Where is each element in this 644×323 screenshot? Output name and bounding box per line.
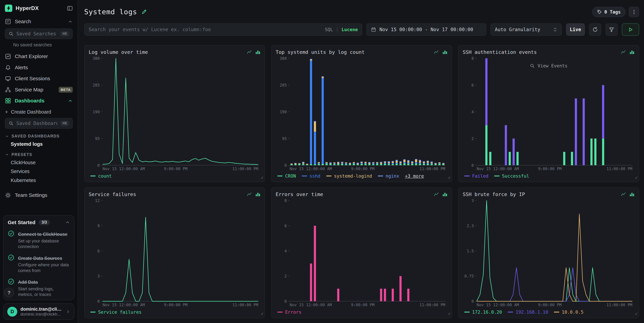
sidebar-item-clickhouse[interactable]: ClickHouse (0, 158, 78, 167)
chart-area[interactable]: 095190285380Nov 15 12:00:00 AM9:00:00 PM… (276, 56, 448, 172)
collapse-sidebar-icon[interactable] (67, 6, 73, 11)
sidebar-item-search[interactable]: Search (0, 16, 78, 27)
legend-item[interactable]: sshd (302, 173, 320, 179)
saved-searches-input[interactable]: ⌘K (5, 29, 73, 39)
chevron-up-icon[interactable] (68, 98, 73, 103)
search-doc-icon (5, 19, 11, 25)
run-query-button[interactable] (622, 23, 639, 36)
search-icon (530, 63, 535, 68)
panel-title: Top systemd units by log count (276, 49, 364, 55)
legend-item[interactable]: Failed (464, 173, 488, 179)
svg-text:6: 6 (98, 249, 100, 253)
bar-chart-icon[interactable] (629, 50, 635, 55)
panel-title: Errors over time (276, 191, 323, 197)
help-button[interactable]: ? (4, 288, 14, 298)
chevron-up-icon[interactable] (68, 19, 73, 24)
create-dashboard-button[interactable]: + Create Dashboard (0, 106, 78, 117)
sidebar-item-service-map[interactable]: Service Map BETA (0, 84, 78, 95)
filter-button[interactable] (606, 23, 618, 36)
svg-text:95: 95 (282, 136, 287, 141)
sidebar-item-label: Service Map (15, 87, 55, 93)
chart-area[interactable]: 02468Nov 15 12:00:00 AM9:00:00 PM11:00:0… (276, 198, 448, 308)
chart-area[interactable]: View Events 02468Nov 15 12:00:00 AM9:00:… (463, 56, 635, 172)
chevron-up-icon[interactable] (65, 220, 70, 225)
legend-item[interactable]: count (90, 173, 112, 179)
time-range-picker[interactable]: Nov 15 00:00:00 - Nov 17 00:00:00 (366, 23, 486, 36)
get-started-step[interactable]: Create Data Sources Configure where your… (8, 254, 70, 273)
line-chart-icon[interactable] (246, 50, 252, 55)
user-menu[interactable]: D dominic.tran@clic... dominic.tran@clic… (3, 303, 74, 320)
legend-item[interactable]: Service failures (90, 309, 142, 315)
chart-area[interactable]: 095190285380Nov 15 12:00:00 AM9:00:00 PM… (88, 56, 260, 172)
resize-handle[interactable] (260, 173, 264, 181)
line-chart-icon[interactable] (246, 192, 252, 197)
edit-pencil-icon[interactable] (141, 9, 147, 15)
resize-handle[interactable] (634, 309, 638, 316)
step-title: Create Data Sources (18, 256, 62, 261)
sidebar-item-dashboards[interactable]: Dashboards (0, 95, 78, 107)
sidebar-item-kubernetes[interactable]: Kubernetes (0, 176, 78, 185)
sidebar-item-client-sessions[interactable]: Client Sessions (0, 73, 78, 84)
sidebar-item-alerts[interactable]: Alerts (0, 62, 78, 73)
section-presets[interactable]: PRESETS (5, 152, 73, 157)
line-chart-icon[interactable] (621, 192, 626, 197)
bar-chart-icon[interactable] (255, 192, 260, 197)
search-icon (8, 31, 14, 36)
sql-toggle[interactable]: SQL (325, 27, 333, 32)
saved-dashboards-field[interactable] (16, 121, 58, 126)
legend-item[interactable]: Errors (277, 309, 302, 315)
line-chart-icon[interactable] (621, 50, 626, 55)
step-desc: Configure where your data comes from (18, 262, 70, 273)
user-email: dominic.tran@clickh... (20, 312, 62, 316)
legend-item[interactable]: 192.168.1.10 (508, 309, 548, 315)
saved-searches-field[interactable] (16, 31, 58, 37)
line-chart-icon[interactable] (434, 192, 439, 197)
resize-handle[interactable] (260, 309, 264, 316)
saved-dashboards-input[interactable]: ⌘K (5, 118, 73, 129)
chevron-right-icon (66, 309, 70, 314)
resize-handle[interactable] (447, 173, 450, 181)
view-events-button[interactable]: View Events (530, 63, 568, 68)
svg-text:8: 8 (284, 198, 287, 203)
get-started-step[interactable]: Add Data Start sending logs, metrics, or… (8, 278, 70, 297)
chart-area[interactable]: 036912Nov 15 12:00:00 AM9:00:00 PM11:00:… (88, 198, 260, 308)
resize-handle[interactable] (447, 309, 450, 316)
panel-menu-button[interactable] (629, 7, 639, 17)
svg-text:8: 8 (471, 56, 474, 61)
bar-chart-icon[interactable] (442, 192, 448, 197)
sidebar-item-team-settings[interactable]: Team Settings (0, 190, 78, 201)
sidebar-item-chart-explorer[interactable]: Chart Explorer (0, 51, 78, 62)
svg-text:9: 9 (98, 224, 100, 228)
legend-item[interactable]: 172.16.0.20 (464, 309, 502, 315)
bar-chart-icon[interactable] (442, 50, 448, 55)
legend-item[interactable]: CRON (277, 173, 296, 179)
panel-title: Log volume over time (88, 49, 148, 55)
sidebar-item-systemd-logs[interactable]: Systemd logs (0, 140, 78, 149)
tags-button[interactable]: 0 Tags (592, 7, 626, 17)
resize-handle[interactable] (634, 173, 638, 181)
lucene-toggle[interactable]: Lucene (342, 27, 358, 32)
legend-item[interactable]: Successful (494, 173, 529, 179)
legend-item[interactable]: nginx (378, 173, 399, 179)
legend-item[interactable]: systemd-logind (326, 173, 372, 179)
refresh-button[interactable] (589, 23, 602, 36)
chart-area[interactable]: 00.751.52.33Nov 15 12:00:00 AM9:00:00 PM… (463, 198, 635, 308)
brand-row: HyperDX (0, 0, 78, 16)
svg-text:9:00:00 PM: 9:00:00 PM (164, 303, 188, 307)
legend-item[interactable]: 10.0.0.5 (554, 309, 584, 315)
get-started-step[interactable]: Connect to ClickHouse Set up your databa… (8, 230, 70, 249)
bar-chart-icon[interactable] (255, 50, 260, 55)
svg-text:12: 12 (95, 198, 100, 203)
section-saved-dashboards[interactable]: SAVED DASHBOARDS (5, 134, 73, 138)
event-search-input[interactable] (88, 27, 322, 32)
sidebar-item-services[interactable]: Services (0, 167, 78, 176)
granularity-select[interactable]: Auto Granularity (490, 23, 562, 36)
legend-item[interactable]: +3 more (405, 173, 424, 179)
shortcut-badge: ⌘K (60, 31, 69, 36)
sidebar-item-label: Chart Explorer (15, 54, 73, 59)
bar-chart-icon[interactable] (629, 192, 635, 197)
live-button[interactable]: Live (566, 23, 585, 36)
panel-top-systemd-units: Top systemd units by log count 095190285… (271, 45, 452, 182)
svg-text:Nov 15 12:00:00 AM: Nov 15 12:00:00 AM (103, 167, 145, 171)
line-chart-icon[interactable] (434, 50, 439, 55)
